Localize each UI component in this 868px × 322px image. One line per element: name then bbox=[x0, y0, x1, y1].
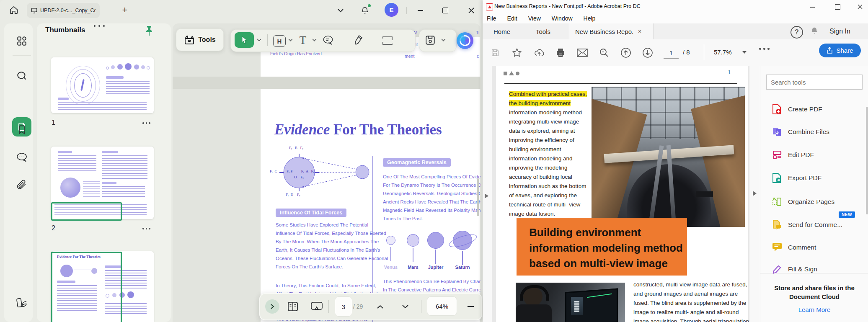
previous-page-button[interactable] bbox=[374, 302, 386, 311]
updf-ai-button[interactable] bbox=[457, 32, 473, 49]
menu-window[interactable]: Window bbox=[552, 15, 573, 22]
find-button[interactable] bbox=[598, 47, 610, 59]
ai-icon bbox=[457, 33, 473, 48]
page-2-more-button[interactable] bbox=[142, 228, 150, 229]
combine-files-icon bbox=[772, 127, 781, 137]
page-1-more-button[interactable] bbox=[142, 122, 150, 124]
acrobat-page-input[interactable] bbox=[664, 47, 679, 59]
home-button[interactable] bbox=[7, 3, 21, 17]
collapse-tools-pane-arrow[interactable] bbox=[753, 191, 757, 196]
tab-home[interactable]: Home bbox=[493, 23, 510, 39]
tool-export-pdf[interactable]: Export PDF bbox=[760, 169, 868, 187]
next-page-button[interactable] bbox=[399, 302, 411, 311]
expand-nav-pane-arrow[interactable] bbox=[485, 193, 488, 198]
text-tool-button[interactable]: T bbox=[297, 33, 309, 47]
zoom-level[interactable]: 64% bbox=[427, 296, 457, 316]
panel-drag-handle[interactable] bbox=[94, 25, 105, 27]
star-button[interactable] bbox=[511, 47, 523, 59]
share-button[interactable]: Share bbox=[819, 44, 861, 57]
zoom-out-button[interactable] bbox=[466, 303, 475, 310]
avatar[interactable]: E bbox=[385, 3, 398, 17]
acrobat-titlebar: New Business Reports - New Font.pdf - Ad… bbox=[483, 0, 868, 13]
notifications-button[interactable] bbox=[359, 5, 370, 16]
pen-tool-button[interactable] bbox=[352, 33, 364, 47]
titlebar-chevron-down[interactable] bbox=[335, 5, 346, 16]
email-button[interactable] bbox=[576, 47, 588, 59]
learn-more-link[interactable]: Learn More bbox=[760, 306, 868, 313]
save-button[interactable] bbox=[424, 34, 437, 46]
help-button[interactable]: ? bbox=[790, 26, 803, 39]
doc-text-line: In Theory, This Friction Could, To Some … bbox=[276, 281, 376, 290]
acrobat-zoom-level[interactable]: 57.7% bbox=[714, 49, 732, 56]
select-tool-dropdown[interactable] bbox=[257, 39, 261, 41]
acrobat-close-button[interactable] bbox=[855, 3, 865, 11]
sidebar-item-comments[interactable] bbox=[15, 151, 28, 164]
previous-view-button[interactable] bbox=[620, 47, 632, 59]
tool-comment[interactable]: Comment bbox=[760, 238, 868, 257]
more-tools-button[interactable] bbox=[759, 48, 770, 50]
heading-tool-button[interactable]: H bbox=[273, 35, 286, 47]
tool-send-for-comments[interactable]: Send for Comme... bbox=[760, 216, 868, 234]
acrobat-maximize-button[interactable] bbox=[832, 3, 843, 11]
next-view-button[interactable] bbox=[642, 47, 654, 59]
headline-block: Building environment information modelin… bbox=[517, 218, 687, 276]
menu-view[interactable]: View bbox=[528, 15, 541, 22]
sidebar-item-apps[interactable] bbox=[15, 34, 28, 48]
page-2-selection-box[interactable] bbox=[51, 202, 122, 221]
pdf-text-line: integrating multi-view image bbox=[509, 117, 579, 126]
chevron-down-icon bbox=[402, 305, 408, 309]
tab-document-active[interactable]: New Business Repo... × bbox=[569, 23, 654, 39]
page-3-canvas: Evidence For The Theories Fᵣ B Fₑ Fᵣ C F… bbox=[261, 89, 480, 322]
tool-create-pdf[interactable]: Create PDF bbox=[760, 100, 868, 118]
save-button-disabled[interactable] bbox=[489, 47, 501, 59]
sidebar-item-stamps[interactable] bbox=[15, 296, 28, 310]
save-dropdown[interactable] bbox=[441, 39, 446, 41]
text-tool-dropdown[interactable] bbox=[312, 39, 317, 41]
search-icon bbox=[16, 71, 27, 82]
menu-help[interactable]: Help bbox=[584, 15, 596, 22]
sidebar-item-search[interactable] bbox=[15, 70, 28, 83]
tool-combine-files[interactable]: Combine Files bbox=[760, 123, 868, 141]
sidebar-item-bookmarks[interactable] bbox=[15, 123, 28, 137]
tab-close-icon[interactable]: × bbox=[638, 28, 641, 35]
minimize-button[interactable] bbox=[415, 5, 426, 16]
select-tool-button-active[interactable] bbox=[235, 32, 254, 48]
search-tools-input[interactable] bbox=[766, 75, 863, 90]
acrobat-minimize-button[interactable] bbox=[807, 4, 818, 10]
sidebar-item-attachments[interactable] bbox=[15, 178, 28, 192]
minimize-icon bbox=[810, 7, 815, 8]
tool-edit-pdf[interactable]: Edit PDF bbox=[760, 146, 868, 164]
print-button[interactable] bbox=[555, 47, 566, 59]
document-tab[interactable]: UPDF-2.0-c..._Copy_Copy bbox=[27, 3, 100, 18]
new-tab-button[interactable]: + bbox=[120, 5, 130, 15]
expand-footer-button[interactable] bbox=[265, 299, 279, 314]
updf-doc-scrollbar[interactable] bbox=[477, 178, 479, 216]
page-rule bbox=[504, 83, 737, 84]
tools-panel-scrollbar[interactable] bbox=[866, 107, 868, 214]
tools-button-label: Tools bbox=[198, 36, 215, 44]
sign-in-button[interactable]: Sign In bbox=[829, 23, 850, 39]
pdf-text-line: improving the modeling bbox=[509, 163, 568, 173]
upload-cloud-button[interactable] bbox=[533, 47, 545, 59]
pdf-text-line: constructed, multi-view image data are f… bbox=[633, 280, 747, 289]
maximize-button[interactable] bbox=[440, 5, 451, 16]
acrobat-notifications-button[interactable] bbox=[810, 26, 819, 36]
comment-tool-button[interactable] bbox=[322, 34, 334, 46]
menu-file[interactable]: File bbox=[487, 15, 496, 22]
tab-tools[interactable]: Tools bbox=[536, 23, 550, 39]
pin-panel-button[interactable] bbox=[144, 25, 154, 36]
document-tab-label: UPDF-2.0-c..._Copy_Copy bbox=[40, 8, 96, 13]
reading-view-button[interactable] bbox=[286, 300, 300, 313]
zoom-dropdown-caret[interactable] bbox=[742, 51, 747, 54]
organize-pages-icon bbox=[772, 197, 781, 207]
presentation-button[interactable] bbox=[310, 300, 324, 313]
menu-edit[interactable]: Edit bbox=[507, 15, 517, 22]
tool-organize-pages[interactable]: Organize Pages bbox=[760, 193, 868, 211]
tools-button[interactable]: Tools bbox=[176, 28, 224, 51]
heading-tool-dropdown[interactable] bbox=[288, 39, 293, 41]
page-number-input[interactable] bbox=[335, 296, 352, 317]
close-button[interactable] bbox=[466, 5, 477, 16]
thumbnail-page-1[interactable] bbox=[51, 57, 154, 113]
page-3-selection-box[interactable] bbox=[51, 252, 122, 322]
shape-tool-button[interactable] bbox=[381, 35, 394, 46]
